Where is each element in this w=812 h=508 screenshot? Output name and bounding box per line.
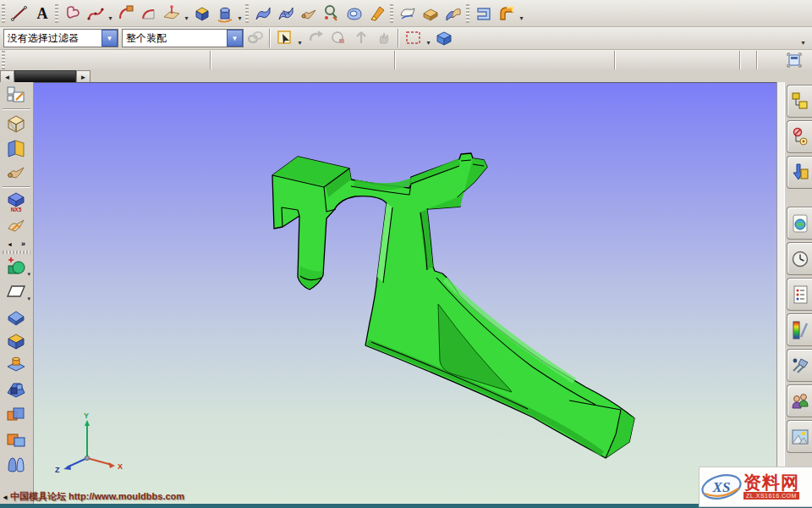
site-watermark: XS 资料网 ZL.XS1616.COM <box>699 467 812 507</box>
scroll-strip: ◄ ► <box>0 69 812 82</box>
reuse-library-icon[interactable] <box>787 207 812 240</box>
thicken-icon[interactable] <box>419 3 442 25</box>
rectangle-icon[interactable]: ▾ <box>3 280 29 304</box>
selection-filter-value: 没有选择过滤器 <box>4 31 102 46</box>
gallery-icon[interactable] <box>787 420 812 453</box>
toolbar-grip[interactable] <box>55 4 58 23</box>
toolbar-grip[interactable] <box>2 4 5 23</box>
block-icon[interactable] <box>3 329 29 353</box>
forum-watermark-text: 中国模具论坛 http://www.mouldbbs.com <box>10 491 184 501</box>
bottom-edge-strip <box>0 504 812 508</box>
toolbar-expand-row: ◄ » <box>3 239 29 249</box>
unite-icon[interactable] <box>3 403 29 427</box>
display-box-icon[interactable] <box>3 112 29 135</box>
nx5-cube-icon[interactable]: NX5 <box>3 190 29 213</box>
pan-icon[interactable] <box>372 27 395 49</box>
boss-icon[interactable] <box>3 354 29 378</box>
subtract-icon[interactable] <box>3 428 29 451</box>
marquee-select-icon[interactable] <box>402 27 425 49</box>
expand-more-icon[interactable]: » <box>21 240 25 248</box>
filter-icon[interactable] <box>326 27 349 49</box>
studio-surface-icon[interactable] <box>365 3 388 25</box>
horizontal-scrollbar[interactable]: ◄ ► <box>0 70 91 83</box>
part-book-icon[interactable] <box>3 136 29 160</box>
extrude-solid-icon[interactable] <box>3 305 29 329</box>
move-up-icon[interactable] <box>349 27 372 49</box>
profile-icon[interactable] <box>61 3 84 25</box>
expand-left-icon[interactable]: ◄ <box>7 241 13 247</box>
information-icon[interactable] <box>787 278 812 311</box>
model-canvas: Y X Z <box>33 83 776 505</box>
assembly-scope-combo[interactable]: 整个装配 ▼ <box>122 29 244 47</box>
n-sided-surface-icon[interactable] <box>320 3 343 25</box>
intersect-icon[interactable] <box>3 452 29 476</box>
face-analysis-icon[interactable] <box>343 3 365 25</box>
constraint-navigator-icon[interactable] <box>787 120 812 153</box>
link-icon[interactable] <box>244 27 266 49</box>
assembly-scope-value: 整个装配 <box>123 31 227 46</box>
graphics-viewport[interactable]: Y X Z <box>33 82 776 505</box>
toolbar-empty <box>0 50 812 71</box>
snapshot-icon[interactable] <box>432 27 455 49</box>
line-icon[interactable] <box>8 3 30 25</box>
trim-curve-icon[interactable] <box>114 3 137 25</box>
spline-icon[interactable] <box>84 3 107 25</box>
flange-icon[interactable] <box>495 3 518 25</box>
datum-dropdown-icon[interactable]: ▾ <box>183 3 190 25</box>
toolbar-grip[interactable] <box>2 51 5 69</box>
roles-icon[interactable] <box>787 384 812 417</box>
sketch-task-icon[interactable] <box>3 83 29 107</box>
palette-icon[interactable] <box>787 313 812 346</box>
pad-icon[interactable] <box>3 378 29 402</box>
toolbar-overflow-icon[interactable]: ▾ <box>799 27 807 49</box>
axis-y-label: Y <box>84 411 89 420</box>
revolve-dropdown-icon[interactable]: ▾ <box>236 3 244 25</box>
shell-icon[interactable] <box>472 3 495 25</box>
fillet-icon[interactable] <box>137 3 160 25</box>
xs-logo-text: XS <box>712 479 731 495</box>
undo-icon[interactable] <box>304 27 326 49</box>
site-url: ZL.XS1616.COM <box>743 492 799 500</box>
part-navigator-icon[interactable] <box>787 156 812 189</box>
left-toolbar: NX5 ◄ » ▾ ▾ <box>0 82 34 504</box>
rectangle-dropdown-icon[interactable]: ▾ <box>27 295 30 302</box>
sweep-sheet-icon[interactable] <box>297 3 320 25</box>
history-icon[interactable] <box>787 242 812 275</box>
mesh-surface-icon[interactable] <box>274 3 297 25</box>
toolbar-selection: 没有选择过滤器 ▼ 整个装配 ▼ ▾ ▾ ▾ <box>0 27 812 50</box>
offset-surface-icon[interactable] <box>442 3 464 25</box>
datum-plane-icon[interactable] <box>160 3 183 25</box>
assembly-navigator-icon[interactable] <box>787 85 812 118</box>
toolbar-grip[interactable] <box>466 4 469 23</box>
window-restore-icon[interactable] <box>782 49 805 71</box>
sketch-dropdown-icon[interactable]: ▾ <box>27 271 30 278</box>
extrude-icon[interactable] <box>190 3 213 25</box>
flange-dropdown-icon[interactable]: ▾ <box>518 3 525 25</box>
combo-arrow-icon[interactable]: ▼ <box>227 30 243 47</box>
text-icon[interactable]: A <box>30 3 53 25</box>
marquee-dropdown-icon[interactable]: ▾ <box>425 27 432 49</box>
svg-text:A: A <box>36 5 47 22</box>
sketch-shapes-icon[interactable]: ▾ <box>3 256 29 279</box>
sheetmetal-icon[interactable] <box>3 214 29 238</box>
axis-x-label: X <box>118 462 123 471</box>
swept-surface-icon[interactable] <box>251 3 274 25</box>
toolbar-main: A ▾ ▾ ▾ ▾ <box>0 0 812 27</box>
toolbar-grip[interactable] <box>245 4 249 23</box>
overflow-left-icon[interactable]: ◄ <box>2 494 8 501</box>
spline-dropdown-icon[interactable]: ▾ <box>107 3 114 25</box>
select-dropdown-icon[interactable]: ▾ <box>296 27 304 49</box>
sew-icon[interactable] <box>396 3 419 25</box>
toolbar-separator <box>398 29 399 47</box>
scrollbar-thumb[interactable] <box>14 70 76 83</box>
xs-logo-icon: XS <box>700 470 743 504</box>
visualization-tools-icon[interactable] <box>787 349 812 382</box>
revolve-icon[interactable] <box>213 3 236 25</box>
combo-arrow-icon[interactable]: ▼ <box>102 30 118 47</box>
select-in-box-icon[interactable] <box>273 27 296 49</box>
selection-filter-combo[interactable]: 没有选择过滤器 ▼ <box>3 29 118 47</box>
drafting-sheet-icon[interactable] <box>3 161 29 185</box>
nx5-label: NX5 <box>11 207 22 213</box>
axis-triad: Y X Z <box>55 411 123 474</box>
toolbar-grip[interactable] <box>390 4 393 23</box>
